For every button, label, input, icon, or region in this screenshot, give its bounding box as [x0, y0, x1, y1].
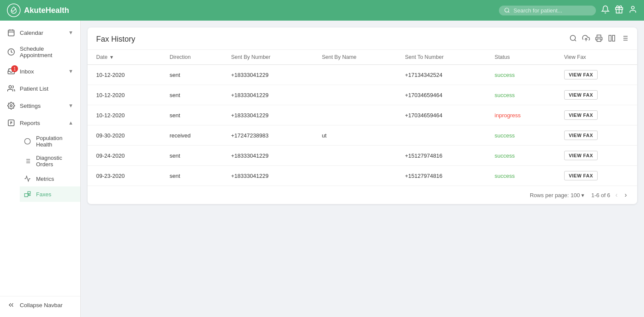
cell-date: 10-12-2020	[88, 105, 161, 125]
cell-date: 09-23-2020	[88, 166, 161, 186]
cell-direction: sent	[161, 166, 222, 186]
svg-rect-23	[28, 192, 30, 194]
col-sent-by-name: Sent By Name	[313, 50, 397, 65]
gift-icon[interactable]	[615, 5, 623, 16]
svg-point-10	[9, 85, 12, 88]
notifications-icon[interactable]	[601, 5, 610, 16]
columns-icon[interactable]	[608, 34, 616, 44]
sidebar-schedule-label: Schedule Appointment	[20, 46, 73, 58]
cell-sent-by-number: +18333041229	[222, 85, 313, 105]
table-row: 10-12-2020 sent +18333041229 +1713434252…	[88, 65, 637, 85]
sidebar-item-reports[interactable]: Reports ▲	[0, 114, 80, 131]
col-sent-to-number: Sent To Number	[396, 50, 486, 65]
col-direction: Direction	[161, 50, 222, 65]
search-bar[interactable]	[499, 6, 596, 15]
sidebar-calendar-label: Calendar	[20, 30, 43, 36]
chevron-down-icon: ▼	[68, 103, 73, 109]
chart-icon	[23, 174, 32, 183]
app-logo: AkuteHealth	[7, 3, 69, 17]
rows-per-page-label: Rows per page:	[530, 192, 569, 198]
sidebar-collapse: Collapse Navbar	[0, 296, 80, 314]
view-fax-button[interactable]: VIEW FAX	[564, 110, 598, 120]
filter-icon[interactable]	[621, 34, 629, 44]
search-action-icon[interactable]	[569, 34, 577, 44]
upload-icon[interactable]	[582, 34, 590, 44]
sidebar-sub-reports: Population Health Diagnostic Orders M	[0, 131, 80, 202]
view-fax-button[interactable]: VIEW FAX	[564, 131, 598, 140]
cell-sent-to-number: +17034659464	[396, 85, 486, 105]
cell-view-fax: VIEW FAX	[556, 146, 637, 166]
cell-view-fax: VIEW FAX	[556, 166, 637, 186]
rows-per-page-value[interactable]: 100 ▾	[571, 192, 584, 198]
table-row: 10-12-2020 sent +18333041229 +1703465946…	[88, 105, 637, 125]
app-name: AkuteHealth	[24, 6, 69, 15]
cell-sent-to-number	[396, 125, 486, 146]
sidebar-item-settings[interactable]: Settings ▼	[0, 97, 80, 114]
svg-point-11	[10, 105, 12, 107]
collapse-icon	[7, 301, 15, 309]
view-fax-button[interactable]: VIEW FAX	[564, 70, 598, 79]
svg-point-25	[570, 35, 575, 40]
collapse-navbar-label: Collapse Navbar	[20, 302, 63, 308]
cell-status: inprogress	[486, 105, 556, 125]
table-row: 09-30-2020 received +17247238983 ut succ…	[88, 125, 637, 146]
view-fax-button[interactable]: VIEW FAX	[564, 151, 598, 160]
svg-rect-27	[597, 39, 601, 42]
cell-view-fax: VIEW FAX	[556, 65, 637, 85]
view-fax-button[interactable]: VIEW FAX	[564, 90, 598, 100]
sidebar-item-population-health[interactable]: Population Health	[20, 131, 80, 151]
sidebar-item-diagnostic-orders[interactable]: Diagnostic Orders	[20, 151, 80, 171]
clock-icon	[7, 48, 15, 56]
sidebar-metrics-label: Metrics	[36, 176, 54, 182]
cell-sent-by-name	[313, 85, 397, 105]
main-content: Fax History	[81, 21, 644, 317]
table-row: 10-12-2020 sent +18333041229 +1703465946…	[88, 85, 637, 105]
fax-history-card: Fax History	[88, 27, 637, 204]
table-row: 09-23-2020 sent +18333041229 +1512797481…	[88, 166, 637, 186]
search-icon	[504, 7, 510, 13]
page-title: Fax History	[96, 35, 135, 44]
reports-icon	[7, 119, 15, 127]
chevron-up-icon: ▲	[68, 120, 73, 126]
sidebar-settings-label: Settings	[20, 103, 41, 109]
topnav-right	[499, 5, 637, 16]
table-row: 09-24-2020 sent +18333041229 +1512797481…	[88, 146, 637, 166]
fax-icon	[23, 190, 32, 198]
view-fax-button[interactable]: VIEW FAX	[564, 171, 598, 180]
sidebar-item-metrics[interactable]: Metrics	[20, 171, 80, 186]
col-date[interactable]: Date ▼	[88, 50, 161, 65]
chevron-down-icon: ▼	[68, 68, 73, 74]
print-icon[interactable]	[595, 34, 603, 44]
cell-sent-to-number: +15127974816	[396, 146, 486, 166]
search-input[interactable]	[513, 7, 591, 14]
prev-page-button[interactable]: ‹	[614, 190, 619, 200]
cell-sent-by-name: ut	[313, 125, 397, 146]
cell-sent-by-name	[313, 146, 397, 166]
cell-date: 10-12-2020	[88, 65, 161, 85]
card-actions	[569, 34, 629, 44]
cell-sent-to-number: +15127974816	[396, 166, 486, 186]
sidebar-badge: 1	[11, 65, 18, 72]
cell-status: success	[486, 125, 556, 146]
sidebar-item-schedule[interactable]: Schedule Appointment	[0, 41, 80, 63]
fax-history-table: Date ▼ Direction Sent By Number Sent By …	[88, 50, 637, 186]
sidebar-item-inbox[interactable]: 1 Inbox ▼	[0, 63, 80, 80]
next-page-button[interactable]: ›	[623, 190, 629, 200]
collapse-navbar-button[interactable]: Collapse Navbar	[0, 296, 80, 314]
account-icon[interactable]	[629, 5, 637, 16]
cell-view-fax: VIEW FAX	[556, 125, 637, 146]
table-header: Date ▼ Direction Sent By Number Sent By …	[88, 50, 637, 65]
sidebar-patient-list-label: Patient List	[20, 85, 49, 92]
card-header: Fax History	[88, 27, 637, 50]
sidebar-item-patient-list[interactable]: Patient List	[0, 80, 80, 97]
cell-view-fax: VIEW FAX	[556, 105, 637, 125]
cell-direction: sent	[161, 65, 222, 85]
top-navigation: AkuteHealth	[0, 0, 644, 21]
sort-icon: ▼	[109, 55, 114, 60]
logo-icon	[7, 3, 21, 17]
svg-rect-29	[613, 35, 615, 41]
sidebar-item-faxes[interactable]: Faxes	[20, 186, 80, 202]
cell-view-fax: VIEW FAX	[556, 85, 637, 105]
col-view-fax: View Fax	[556, 50, 637, 65]
sidebar-item-calendar[interactable]: Calendar ▼	[0, 24, 80, 41]
